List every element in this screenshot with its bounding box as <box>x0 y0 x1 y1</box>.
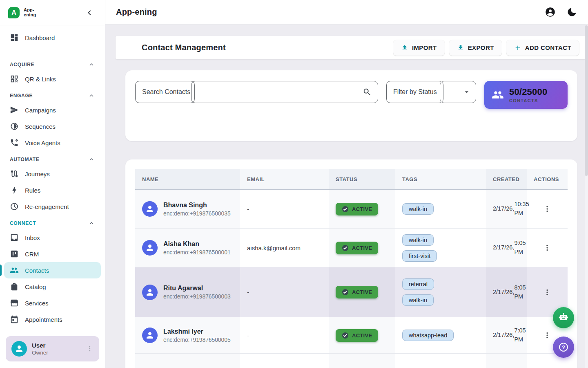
storefront-icon <box>10 298 19 307</box>
status-badge: ACTIVE <box>336 203 378 215</box>
contacts-count-value: 50/25000 <box>509 87 547 97</box>
download-icon <box>457 44 464 52</box>
section-label: CONNECT <box>10 220 36 226</box>
sidebar-item-label: Appointments <box>25 316 62 323</box>
sidebar-item-inbox[interactable]: Inbox <box>4 229 101 246</box>
row-actions-dots-icon[interactable] <box>543 204 552 213</box>
user-meta: User Owner <box>32 342 81 356</box>
status-cell: ACTIVE <box>329 354 395 368</box>
sidebar-item-sequences[interactable]: Sequences <box>4 118 101 135</box>
add-contact-label: ADD CONTACT <box>525 44 571 51</box>
tag-chip: whatsapp-lead <box>402 330 454 341</box>
sidebar-item-appointments[interactable]: Appointments <box>4 311 101 328</box>
sidebar-item-label: Inbox <box>25 234 40 241</box>
status-cell: ACTIVE <box>329 267 395 317</box>
sidebar-item-label: Services <box>25 300 49 307</box>
name-cell: Ritu Agarwal enc:demo:+919876500003 <box>135 267 240 317</box>
sidebar-item-catalog[interactable]: Catalog <box>4 278 101 295</box>
row-actions-dots-icon[interactable] <box>543 243 552 252</box>
status-label: ACTIVE <box>352 245 372 251</box>
sidebar: A App- ening Dashboard ACQUIRE <box>0 0 105 368</box>
help-fab[interactable]: ? <box>553 337 574 358</box>
status-cell: ACTIVE <box>329 317 395 353</box>
tags-cell: walk-in <box>395 190 486 228</box>
import-button[interactable]: IMPORT <box>393 40 445 56</box>
sidebar-item-voice-agents[interactable]: Voice Agents <box>4 135 101 151</box>
search-input[interactable]: Search Contacts <box>135 81 378 103</box>
contact-avatar <box>142 240 158 256</box>
column-header-name: NAME <box>135 169 240 189</box>
created-cell: 2/17/26, 10:35 PM <box>486 190 527 228</box>
check-circle-icon <box>342 289 349 296</box>
ai-assistant-fab[interactable] <box>553 307 574 328</box>
sidebar-item-label: Sequences <box>25 123 56 130</box>
email-cell <box>240 354 329 368</box>
tag-chip: walk-in <box>402 234 434 246</box>
user-avatar <box>11 341 27 357</box>
email-cell: - <box>240 190 329 228</box>
column-header-status: STATUS <box>329 169 395 189</box>
route-icon <box>10 169 19 178</box>
sidebar-item-rules[interactable]: Rules <box>4 182 101 198</box>
dark-mode-moon-icon[interactable] <box>566 7 577 18</box>
check-circle-icon <box>342 245 349 251</box>
logo-line1: App- <box>24 8 36 13</box>
plus-icon <box>514 44 521 52</box>
sidebar-item-label: Voice Agents <box>25 139 60 146</box>
search-icon[interactable] <box>363 88 372 96</box>
scrollbar-track <box>585 25 588 368</box>
search-input-outline <box>191 81 378 103</box>
app-logo-text: App- ening <box>24 8 36 17</box>
actions-cell <box>527 229 568 267</box>
sidebar-collapse-button[interactable] <box>85 8 94 18</box>
contacts-count-badge: 50/25000 CONTACTS <box>484 81 568 109</box>
people-icon <box>492 89 504 101</box>
section-title: Contact Management <box>142 43 226 52</box>
tag-chip: referral <box>402 278 434 290</box>
sidebar-item-campaigns[interactable]: Campaigns <box>4 102 101 118</box>
sidebar-item-contacts[interactable]: Contacts <box>4 262 101 278</box>
chevron-up-icon <box>88 156 95 163</box>
sidebar-item-dashboard[interactable]: Dashboard <box>4 29 101 46</box>
help-icon: ? <box>558 341 569 353</box>
sidebar-item-re-engagement[interactable]: Re-engagement <box>4 198 101 215</box>
user-card[interactable]: User Owner <box>6 336 99 361</box>
sidebar-section-automate[interactable]: AUTOMATE <box>0 151 105 166</box>
import-label: IMPORT <box>412 44 437 51</box>
table-row: Jyoti Rawat ACTIVE campaign-lead <box>135 354 568 368</box>
created-cell: 2/17/26, 8:05 PM <box>486 267 527 317</box>
row-actions-dots-icon[interactable] <box>543 288 552 297</box>
created-cell: 2/17/26, <box>486 354 527 368</box>
column-header-actions: ACTIONS <box>527 169 568 189</box>
sidebar-section-acquire[interactable]: ACQUIRE <box>0 56 105 71</box>
user-menu-dots-icon[interactable] <box>86 345 94 352</box>
sidebar-header: A App- ening <box>0 0 105 25</box>
row-actions-dots-icon[interactable] <box>543 331 552 340</box>
scrollbar-thumb[interactable] <box>585 25 588 176</box>
sidebar-section-connect[interactable]: CONNECT <box>0 215 105 229</box>
section-label: AUTOMATE <box>10 157 40 162</box>
app-logo-icon: A <box>8 7 20 18</box>
sidebar-section-engage[interactable]: ENGAGE <box>0 87 105 102</box>
chevron-up-icon <box>88 220 95 227</box>
column-header-tags: TAGS <box>395 169 486 189</box>
dashboard-icon <box>10 33 19 42</box>
name-cell: Bhavna Singh enc:demo:+919876500035 <box>135 190 240 228</box>
sidebar-item-journeys[interactable]: Journeys <box>4 166 101 182</box>
sequences-icon <box>10 122 19 131</box>
contact-name: Bhavna Singh <box>163 202 231 209</box>
sidebar-item-qr-links[interactable]: QR & Links <box>4 71 101 87</box>
name-cell: Jyoti Rawat <box>135 354 240 368</box>
account-circle-icon[interactable] <box>545 7 556 18</box>
add-contact-button[interactable]: ADD CONTACT <box>506 40 579 56</box>
status-filter-select[interactable]: Filter by Status <box>386 81 476 103</box>
column-header-created: CREATED <box>486 169 527 189</box>
export-button[interactable]: EXPORT <box>449 40 502 56</box>
status-label: ACTIVE <box>352 289 372 295</box>
sidebar-item-crm[interactable]: CRM <box>4 246 101 262</box>
export-label: EXPORT <box>468 44 494 51</box>
sidebar-item-label: CRM <box>25 251 39 258</box>
sidebar-item-label: Catalog <box>25 283 46 290</box>
sidebar-item-services[interactable]: Services <box>4 295 101 311</box>
contacts-table: NAME EMAIL STATUS TAGS CREATED ACTIONS <box>135 169 568 368</box>
